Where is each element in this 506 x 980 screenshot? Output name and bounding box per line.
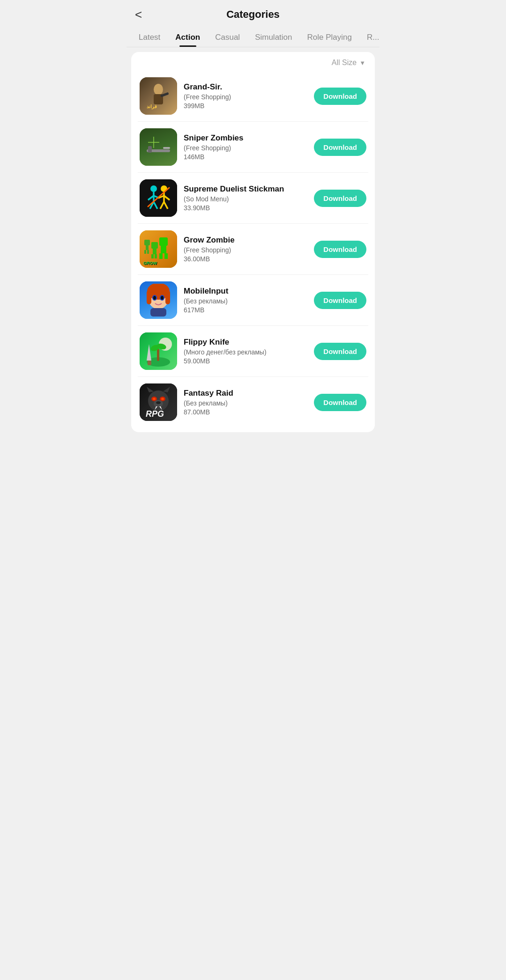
svg-text:GROW: GROW [143, 261, 157, 265]
app-tag-sniper_zombies: (Free Shopping) [184, 144, 309, 152]
app-item: MobileInput (Без рекламы) 617MB Download [138, 275, 368, 326]
app-item: Supreme Duelist Stickman (So Mod Menu) 3… [138, 173, 368, 224]
app-name-mobileinput: MobileInput [184, 287, 309, 296]
svg-rect-31 [155, 254, 157, 258]
app-size-supreme_duelist: 33.90MB [184, 204, 309, 212]
svg-rect-32 [159, 237, 168, 246]
app-tag-grand_sir: (Free Shopping) [184, 93, 309, 101]
svg-rect-54 [148, 361, 151, 365]
app-item: Flippy Knife (Много денег/без рекламы) 5… [138, 326, 368, 377]
app-tag-mobileinput: (Без рекламы) [184, 297, 309, 305]
app-icon-sniper_zombies [140, 128, 177, 166]
tab-r[interactable]: R... [359, 27, 380, 47]
app-icon-grand_sir: قراند [140, 77, 177, 115]
svg-rect-46 [150, 308, 166, 317]
tab-action[interactable]: Action [168, 27, 208, 47]
tab-role_playing[interactable]: Role Playing [300, 27, 359, 47]
svg-rect-30 [151, 254, 154, 258]
app-icon-supreme_duelist [140, 179, 177, 217]
back-button[interactable]: < [135, 7, 142, 22]
filter-label: All Size [332, 59, 357, 67]
svg-line-22 [164, 202, 168, 209]
app-size-fantasy_raid: 87.00MB [184, 408, 309, 416]
svg-point-61 [161, 398, 164, 400]
app-info-supreme_duelist: Supreme Duelist Stickman (So Mod Menu) 3… [184, 184, 309, 212]
svg-text:RPG: RPG [146, 409, 164, 419]
app-name-fantasy_raid: Fantasy Raid [184, 389, 309, 398]
filter-row: All Size ▼ [131, 52, 375, 71]
download-button-grow_zombie[interactable]: Download [314, 241, 366, 258]
svg-point-45 [161, 296, 164, 300]
svg-text:قراند: قراند [147, 104, 157, 110]
tabs-bar: LatestActionCasualSimulationRole Playing… [126, 27, 380, 47]
svg-rect-41 [165, 290, 170, 304]
app-list: قراند Grand-Sir. (Free Shopping) 399MB D… [131, 71, 375, 427]
tab-simulation[interactable]: Simulation [247, 27, 299, 47]
svg-rect-50 [157, 349, 159, 361]
download-button-supreme_duelist[interactable]: Download [314, 190, 366, 207]
svg-rect-6 [148, 146, 152, 153]
svg-rect-29 [153, 249, 156, 254]
svg-rect-27 [147, 250, 149, 254]
app-name-grand_sir: Grand-Sir. [184, 82, 309, 92]
app-name-sniper_zombies: Sniper Zombies [184, 133, 309, 143]
app-icon-mobileinput [140, 281, 177, 319]
app-tag-flippy_knife: (Много денег/без рекламы) [184, 348, 309, 356]
app-size-sniper_zombies: 146MB [184, 153, 309, 161]
app-item: Sniper Zombies (Free Shopping) 146MB Dow… [138, 122, 368, 173]
svg-point-11 [150, 185, 157, 192]
app-tag-fantasy_raid: (Без рекламы) [184, 399, 309, 407]
app-item: قراند Grand-Sir. (Free Shopping) 399MB D… [138, 71, 368, 122]
page-title: Categories [226, 8, 280, 21]
app-tag-grow_zombie: (Free Shopping) [184, 246, 309, 254]
svg-rect-24 [144, 240, 150, 245]
app-info-sniper_zombies: Sniper Zombies (Free Shopping) 146MB [184, 133, 309, 161]
svg-line-20 [164, 196, 170, 200]
tab-casual[interactable]: Casual [208, 27, 247, 47]
svg-marker-56 [147, 387, 154, 392]
app-icon-fantasy_raid: RPG [140, 383, 177, 421]
svg-rect-7 [163, 147, 170, 149]
svg-marker-57 [163, 387, 170, 392]
app-size-grow_zombie: 36.00MB [184, 255, 309, 263]
app-size-mobileinput: 617MB [184, 306, 309, 314]
svg-point-63 [156, 401, 161, 404]
app-tag-supreme_duelist: (So Mod Menu) [184, 195, 309, 203]
download-button-mobileinput[interactable]: Download [314, 292, 366, 309]
svg-line-21 [160, 202, 164, 209]
svg-point-44 [153, 296, 156, 300]
tab-latest[interactable]: Latest [131, 27, 168, 47]
app-name-grow_zombie: Grow Zombie [184, 236, 309, 245]
app-info-flippy_knife: Flippy Knife (Много денег/без рекламы) 5… [184, 338, 309, 365]
svg-point-1 [154, 84, 163, 95]
app-info-grand_sir: Grand-Sir. (Free Shopping) 399MB [184, 82, 309, 110]
app-name-supreme_duelist: Supreme Duelist Stickman [184, 184, 309, 194]
svg-rect-25 [146, 245, 149, 250]
download-button-fantasy_raid[interactable]: Download [314, 394, 366, 411]
svg-rect-40 [147, 290, 151, 304]
app-size-flippy_knife: 59.00MB [184, 357, 309, 365]
svg-point-60 [153, 398, 156, 400]
content-area: All Size ▼ قراند Grand-Sir. (Free Shoppi… [131, 52, 375, 432]
download-button-sniper_zombies[interactable]: Download [314, 139, 366, 156]
app-icon-flippy_knife [140, 332, 177, 370]
svg-line-16 [154, 202, 157, 209]
app-name-flippy_knife: Flippy Knife [184, 338, 309, 347]
download-button-flippy_knife[interactable]: Download [314, 343, 366, 360]
app-info-mobileinput: MobileInput (Без рекламы) 617MB [184, 287, 309, 314]
app-icon-grow_zombie: GROW ZOMBIES [140, 230, 177, 268]
header: < Categories LatestActionCasualSimulatio… [126, 0, 380, 47]
svg-rect-26 [144, 250, 146, 254]
svg-rect-34 [159, 253, 163, 259]
download-button-grand_sir[interactable]: Download [314, 88, 366, 105]
app-item: RPG Fantasy Raid (Без рекламы) 87.00MB D… [138, 377, 368, 427]
svg-rect-35 [164, 253, 168, 259]
app-item: GROW ZOMBIES Grow Zombie (Free Shopping)… [138, 224, 368, 275]
app-info-fantasy_raid: Fantasy Raid (Без рекламы) 87.00MB [184, 389, 309, 416]
app-info-grow_zombie: Grow Zombie (Free Shopping) 36.00MB [184, 236, 309, 263]
filter-dropdown-arrow[interactable]: ▼ [359, 59, 365, 66]
svg-line-13 [148, 196, 154, 200]
svg-rect-28 [151, 242, 158, 249]
svg-rect-33 [161, 246, 166, 253]
app-size-grand_sir: 399MB [184, 102, 309, 110]
